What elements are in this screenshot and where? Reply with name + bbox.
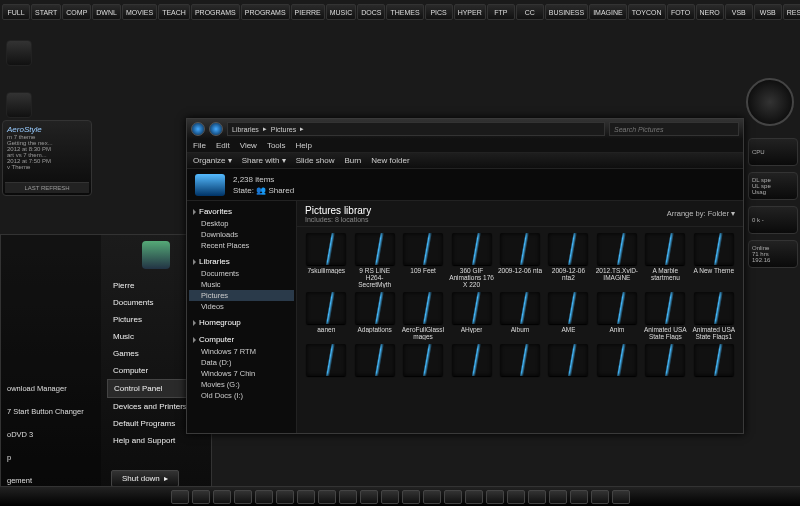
toolbar-item[interactable]: Slide show [296, 156, 335, 165]
dock-slot[interactable] [528, 490, 546, 504]
folder-item[interactable]: Album [497, 292, 543, 340]
nav-group[interactable]: Homegroup [189, 316, 294, 329]
taskbar-tab[interactable]: RESTO [783, 4, 800, 20]
start-program[interactable]: ownload Manager [5, 380, 97, 397]
nav-item[interactable]: Windows 7 Chin [189, 368, 294, 379]
nav-item[interactable]: Windows 7 RTM [189, 346, 294, 357]
dock-slot[interactable] [486, 490, 504, 504]
folder-item[interactable]: Adaptations [351, 292, 397, 340]
folder-item[interactable] [497, 344, 543, 378]
folder-item[interactable]: 2009-12-06 nta [497, 233, 543, 288]
folder-item[interactable]: AHyper [448, 292, 494, 340]
dock-slot[interactable] [234, 490, 252, 504]
dock-slot[interactable] [591, 490, 609, 504]
nav-item[interactable]: Pictures [189, 290, 294, 301]
folder-item[interactable] [642, 344, 688, 378]
taskbar-tab[interactable]: TOYCON [628, 4, 666, 20]
dock-slot[interactable] [423, 490, 441, 504]
taskbar-tab[interactable]: THEMES [386, 4, 423, 20]
taskbar-tab[interactable]: FOTO [667, 4, 695, 20]
taskbar-tab[interactable]: BUSINESS [545, 4, 588, 20]
folder-item[interactable] [545, 344, 591, 378]
folder-item[interactable]: AME [545, 292, 591, 340]
breadcrumb-item[interactable]: Libraries [232, 126, 259, 133]
explorer-titlebar[interactable]: Libraries ▸ Pictures ▸ [187, 119, 743, 139]
taskbar-tab[interactable]: PICS [425, 4, 453, 20]
taskbar-tab[interactable]: PIERRE [291, 4, 325, 20]
dock-slot[interactable] [402, 490, 420, 504]
toolbar-item[interactable]: Organize ▾ [193, 156, 232, 165]
dock-slot[interactable] [465, 490, 483, 504]
search-input[interactable] [609, 122, 739, 136]
folder-item[interactable] [691, 344, 737, 378]
nav-item[interactable]: Downloads [189, 229, 294, 240]
breadcrumb-item[interactable]: Pictures [271, 126, 296, 133]
dock-slot[interactable] [213, 490, 231, 504]
widget-refresh[interactable]: LAST REFRESH [5, 182, 89, 193]
dock-slot[interactable] [339, 490, 357, 504]
nav-item[interactable]: Videos [189, 301, 294, 312]
dock-slot[interactable] [360, 490, 378, 504]
folder-item[interactable]: 360 GIF Animations 176 X 220 [448, 233, 494, 288]
dock-slot[interactable] [255, 490, 273, 504]
folder-item[interactable]: 2012.TS.XviD-IMAGiNE [594, 233, 640, 288]
back-button[interactable] [191, 122, 205, 136]
dock-slot[interactable] [549, 490, 567, 504]
dock-slot[interactable] [192, 490, 210, 504]
menu-item[interactable]: Help [296, 141, 312, 150]
start-program[interactable]: oDVD 3 [5, 426, 97, 443]
library-subtitle[interactable]: Includes: 8 locations [305, 216, 371, 223]
nav-group[interactable]: Libraries [189, 255, 294, 268]
taskbar-tab[interactable]: MOVIES [122, 4, 157, 20]
taskbar-tab[interactable]: FULL [2, 4, 30, 20]
desktop-icon[interactable] [6, 40, 32, 66]
folder-item[interactable] [400, 344, 446, 378]
taskbar-tab[interactable]: HYPER [454, 4, 486, 20]
taskbar-tab[interactable]: IMAGINE [589, 4, 627, 20]
start-place-item[interactable]: Help and Support [107, 432, 205, 449]
start-program[interactable]: 7 Start Button Changer [5, 403, 97, 420]
nav-item[interactable]: Desktop [189, 218, 294, 229]
folder-item[interactable]: Animated USA State Flags1 [691, 292, 737, 340]
nav-group[interactable]: Computer [189, 333, 294, 346]
folder-item[interactable]: aanen [303, 292, 349, 340]
folder-item[interactable] [448, 344, 494, 378]
dock-slot[interactable] [507, 490, 525, 504]
dock-slot[interactable] [297, 490, 315, 504]
taskbar-tab[interactable]: COMP [62, 4, 91, 20]
taskbar-tab[interactable]: FTP [487, 4, 515, 20]
taskbar-tab[interactable]: START [31, 4, 61, 20]
menu-item[interactable]: Tools [267, 141, 286, 150]
menu-item[interactable]: File [193, 141, 206, 150]
forward-button[interactable] [209, 122, 223, 136]
breadcrumb[interactable]: Libraries ▸ Pictures ▸ [227, 122, 605, 136]
dock-slot[interactable] [276, 490, 294, 504]
folder-item[interactable]: Animated USA State Flags [642, 292, 688, 340]
dock-slot[interactable] [612, 490, 630, 504]
folder-item[interactable]: 9 RS LINE H264-SecretMyth (Kingdom-Relea… [351, 233, 397, 288]
nav-item[interactable]: Documents [189, 268, 294, 279]
folder-item[interactable]: 2009-12-06 nta2 [545, 233, 591, 288]
taskbar-tab[interactable]: CC [516, 4, 544, 20]
folder-item[interactable] [303, 344, 349, 378]
nav-item[interactable]: Old Docs (I:) [189, 390, 294, 401]
folder-item[interactable]: 109 Feet [400, 233, 446, 288]
dock-slot[interactable] [171, 490, 189, 504]
folder-item[interactable] [594, 344, 640, 378]
nav-item[interactable]: Recent Places [189, 240, 294, 251]
nav-group[interactable]: Favorites [189, 205, 294, 218]
desktop-icon[interactable] [6, 92, 32, 118]
toolbar-item[interactable]: Burn [344, 156, 361, 165]
shutdown-button[interactable]: Shut down ▸ [111, 470, 179, 487]
dock-slot[interactable] [444, 490, 462, 504]
nav-item[interactable]: Data (D:) [189, 357, 294, 368]
start-program[interactable]: p [5, 449, 97, 466]
taskbar-tab[interactable]: VSB [725, 4, 753, 20]
taskbar-tab[interactable]: WSB [754, 4, 782, 20]
menu-item[interactable]: Edit [216, 141, 230, 150]
folder-item[interactable]: 7skullimages [303, 233, 349, 288]
folder-item[interactable]: Anim [594, 292, 640, 340]
arrange-by[interactable]: Arrange by: Folder ▾ [667, 209, 735, 218]
dock-slot[interactable] [570, 490, 588, 504]
folder-item[interactable]: A New Theme [691, 233, 737, 288]
